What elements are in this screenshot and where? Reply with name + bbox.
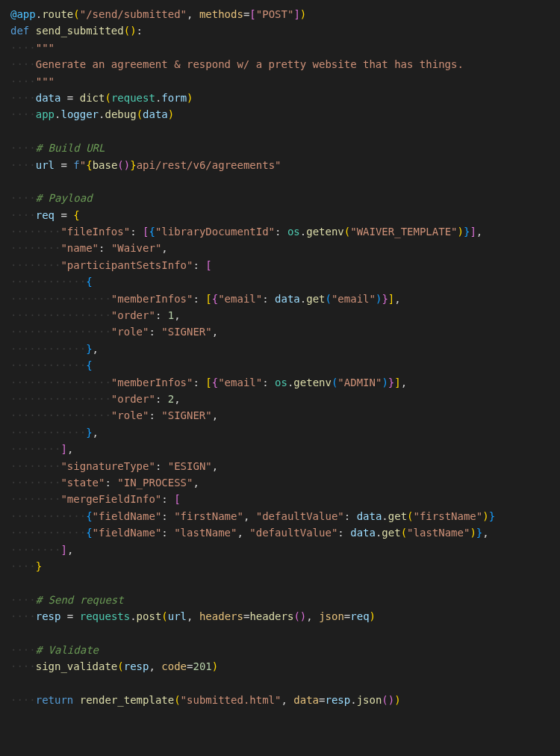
code-line[interactable] [10,123,560,140]
code-token-string: "order" [111,393,155,405]
code-token-punct: . [300,226,306,238]
code-line[interactable]: ····# Payload [10,190,560,206]
code-token-bracket1: ( [137,108,143,120]
code-line[interactable]: ················"order": 2, [10,391,560,407]
code-line[interactable]: def send_submitted(): [10,22,560,39]
code-token-comment: # Payload [36,192,93,204]
code-token-string: "participantSetsInfo" [60,259,193,271]
code-token-punct: : [161,493,174,505]
code-token-bracket3: { [86,510,92,522]
code-token-punct: , [187,8,199,20]
code-token-punct: : [337,527,350,539]
code-token-bracket1: ( [105,92,111,104]
code-line[interactable]: ········"signatureType": "ESIGN", [10,458,560,474]
code-token-bracket1: ( [344,226,350,238]
code-line[interactable]: ····# Validate [10,642,560,658]
code-token-param: methods [199,8,243,20]
code-line[interactable]: ····return render_template("submitted.ht… [10,692,560,708]
code-token-bracket1: ( [174,694,180,706]
code-token-bracket2: ] [470,226,476,238]
code-token-string: "role" [111,409,149,421]
code-token-module: os [287,226,300,238]
code-token-module: request [111,92,155,104]
code-line[interactable]: ················"role": "SIGNER", [10,323,560,340]
code-token-string: "firstName" [174,510,243,522]
code-line[interactable]: ····data = dict(request.form) [10,90,560,106]
code-token-func: dict [80,92,105,104]
code-token-bracket2: } [382,293,388,305]
code-line[interactable]: ········"state": "IN_PROCESS", [10,474,560,491]
code-token-bracket2: ( [382,694,388,706]
code-token-string: "fieldName" [93,510,162,522]
code-line[interactable]: ················"role": "SIGNER", [10,407,560,424]
code-line[interactable]: ····req = { [10,207,560,223]
code-line[interactable]: ····} [10,558,560,574]
code-token-string: api/rest/v6/agreements" [137,159,281,171]
code-line[interactable]: ············{ [10,357,560,374]
code-line[interactable] [10,173,560,190]
code-line[interactable]: ····# Send request [10,592,560,608]
code-line[interactable]: ············{"fieldName": "firstName", "… [10,508,560,524]
code-line[interactable]: ········"mergeFieldInfo": [ [10,491,560,507]
code-line[interactable]: ····# Build URL [10,140,560,156]
code-token-bracket3: ) [382,377,388,388]
code-token-whitespace: ········ [10,544,60,556]
code-line[interactable]: ········"name": "Waiver", [10,240,560,256]
code-token-punct: , [161,242,167,254]
code-line[interactable]: ············}, [10,424,560,441]
code-token-string: "signatureType" [60,460,155,472]
code-token-string: "submitted.html" [181,694,281,706]
code-token-string: "memberInfos" [111,377,193,388]
code-line[interactable]: ········"fileInfos": [{"libraryDocumentI… [10,223,560,240]
code-token-param: headers [199,610,243,622]
code-token-plain [10,126,16,137]
code-token-variable: data [357,510,382,522]
code-line[interactable]: ················"order": 1, [10,307,560,323]
code-line[interactable]: ····resp = requests.post(url, headers=he… [10,608,560,625]
code-line[interactable]: ····url = f"{base()}api/rest/v6/agreemen… [10,157,560,173]
code-line[interactable]: ············{"fieldName": "lastName", "d… [10,524,560,541]
code-token-func: render_template [80,694,174,706]
code-token-bracket3: { [86,276,92,288]
code-token-plain [10,678,16,690]
code-line[interactable]: ············}, [10,341,560,357]
code-line[interactable]: ····app.logger.debug(data) [10,106,560,123]
code-line[interactable]: @app.route("/send/submitted", methods=["… [10,6,560,22]
code-line[interactable]: ················"memberInfos": [{"email"… [10,374,560,391]
code-line[interactable]: ····""" [10,40,560,56]
code-token-string: "memberInfos" [111,293,193,305]
code-token-module: app [36,108,55,120]
code-token-whitespace: ········ [10,259,60,271]
code-line[interactable]: ············{ [10,273,560,290]
code-token-comment: # Send request [36,594,124,606]
code-editor-content[interactable]: @app.route("/send/submitted", methods=["… [10,6,560,708]
code-token-string: "SIGNER" [161,409,211,421]
code-token-bracket2: ] [60,443,66,455]
code-line[interactable]: ········], [10,441,560,457]
code-token-string: " [80,159,86,171]
code-line[interactable]: ········"participantSetsInfo": [ [10,257,560,273]
code-line[interactable]: ····Generate an agreement & respond w/ a… [10,56,560,72]
code-token-bracket2: ) [300,610,306,622]
code-line[interactable]: ····sign_validate(resp, code=201) [10,658,560,675]
code-token-string: "role" [111,326,149,338]
code-line[interactable] [10,574,560,591]
code-line[interactable] [10,675,560,692]
code-line[interactable] [10,625,560,641]
code-token-module: os [275,377,287,388]
code-token-punct: , [149,660,161,672]
code-token-variable: url [168,610,187,622]
code-token-whitespace: ···· [10,209,36,221]
code-token-whitespace: ············ [10,343,86,355]
code-token-bracket2: ( [293,610,299,622]
code-token-punct: . [350,694,356,706]
code-line[interactable]: ········], [10,542,560,558]
code-token-bracket1: ) [470,527,476,539]
code-token-whitespace: ········ [10,460,60,472]
code-token-plain [10,627,16,639]
code-token-whitespace: ···· [10,560,36,572]
code-token-bracket2: { [212,293,218,305]
code-line[interactable]: ····""" [10,73,560,90]
code-line[interactable]: ················"memberInfos": [{"email"… [10,291,560,307]
code-token-func: send_submitted [36,25,124,37]
